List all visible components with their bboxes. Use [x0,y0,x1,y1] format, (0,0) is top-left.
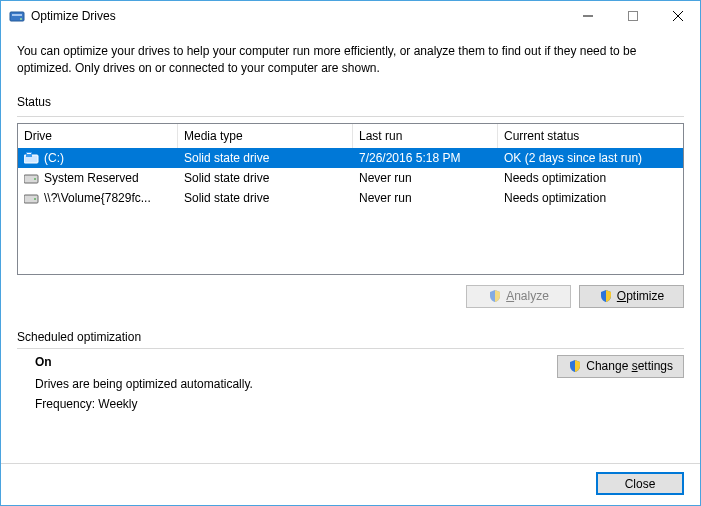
svg-rect-0 [10,12,24,21]
window-title: Optimize Drives [31,9,116,23]
scheduled-label: Scheduled optimization [17,330,684,344]
svg-point-11 [34,178,36,180]
column-media-type[interactable]: Media type [178,124,353,148]
drive-icon [24,192,40,204]
svg-point-13 [34,198,36,200]
minimize-button[interactable] [565,1,610,31]
analyze-button: Analyze [466,285,571,308]
cell-media: Solid state drive [178,171,353,185]
drive-icon [24,172,40,184]
cell-drive: \\?\Volume{7829fc... [18,191,178,205]
content-area: You can optimize your drives to help you… [1,31,700,505]
cell-status: OK (2 days since last run) [498,151,683,165]
svg-rect-4 [628,12,637,21]
cell-lastrun: Never run [353,171,498,185]
table-row[interactable]: (C:)Solid state drive7/26/2016 5:18 PMOK… [18,148,683,168]
close-window-button[interactable] [655,1,700,31]
status-divider [17,116,684,117]
shield-icon [568,359,582,373]
optimize-button[interactable]: Optimize [579,285,684,308]
scheduled-status: On [35,355,557,369]
close-button[interactable]: Close [596,472,684,495]
intro-text: You can optimize your drives to help you… [17,43,684,77]
optimize-drives-window: Optimize Drives You can optimize your dr… [0,0,701,506]
footer: Close [17,451,684,495]
drive-icon [24,152,40,164]
scheduled-frequency: Frequency: Weekly [35,397,557,411]
cell-lastrun: 7/26/2016 5:18 PM [353,151,498,165]
column-drive[interactable]: Drive [18,124,178,148]
svg-rect-1 [12,14,22,16]
list-header: Drive Media type Last run Current status [18,124,683,148]
drive-list[interactable]: Drive Media type Last run Current status… [17,123,684,275]
table-row[interactable]: System ReservedSolid state driveNever ru… [18,168,683,188]
status-label: Status [17,95,684,109]
svg-rect-8 [26,152,32,157]
maximize-button[interactable] [610,1,655,31]
window-controls [565,1,700,31]
svg-point-2 [20,18,22,20]
cell-lastrun: Never run [353,191,498,205]
cell-drive: (C:) [18,151,178,165]
action-buttons: Analyze Optimize [17,285,684,308]
table-row[interactable]: \\?\Volume{7829fc...Solid state driveNev… [18,188,683,208]
cell-media: Solid state drive [178,191,353,205]
scheduled-optimization-section: Scheduled optimization On Drives are bei… [17,330,684,417]
cell-drive: System Reserved [18,171,178,185]
titlebar: Optimize Drives [1,1,700,31]
change-settings-button[interactable]: Change settings [557,355,684,378]
svg-rect-9 [27,153,31,154]
column-last-run[interactable]: Last run [353,124,498,148]
app-icon [9,8,25,24]
shield-icon [599,289,613,303]
scheduled-description: Drives are being optimized automatically… [35,377,557,391]
shield-icon [488,289,502,303]
cell-status: Needs optimization [498,171,683,185]
cell-media: Solid state drive [178,151,353,165]
cell-status: Needs optimization [498,191,683,205]
scheduled-divider [17,348,684,349]
column-current-status[interactable]: Current status [498,124,683,148]
